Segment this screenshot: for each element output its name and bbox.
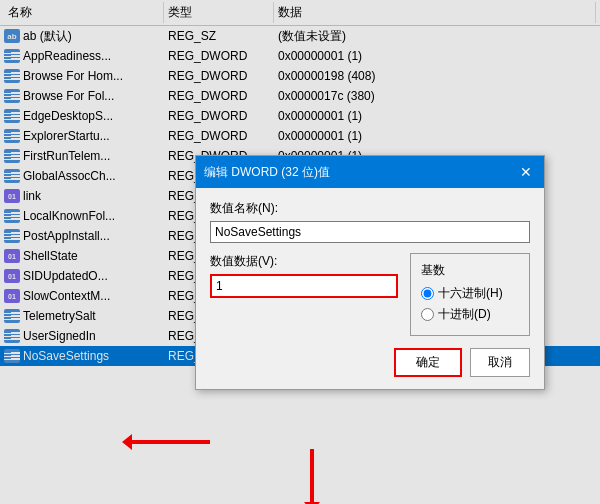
dialog-title: 编辑 DWORD (32 位)值 — [204, 164, 330, 181]
edit-dword-dialog: 编辑 DWORD (32 位)值 ✕ 数值名称(N): 数值数据(V): 基数 … — [195, 155, 545, 390]
value-input[interactable] — [210, 274, 398, 298]
hex-label: 十六进制(H) — [438, 285, 503, 302]
hex-radio[interactable] — [421, 287, 434, 300]
dec-radio[interactable] — [421, 308, 434, 321]
hex-radio-row[interactable]: 十六进制(H) — [421, 285, 519, 302]
radix-title: 基数 — [421, 262, 519, 279]
value-label: 数值数据(V): — [210, 253, 398, 270]
dialog-overlay: 编辑 DWORD (32 位)值 ✕ 数值名称(N): 数值数据(V): 基数 … — [0, 0, 600, 504]
dec-radio-row[interactable]: 十进制(D) — [421, 306, 519, 323]
radix-box: 基数 十六进制(H) 十进制(D) — [410, 253, 530, 336]
dec-label: 十进制(D) — [438, 306, 491, 323]
name-label: 数值名称(N): — [210, 200, 530, 217]
dialog-body: 数值名称(N): 数值数据(V): 基数 十六进制(H) 十进制(D) — [196, 188, 544, 389]
dialog-close-button[interactable]: ✕ — [516, 162, 536, 182]
dialog-buttons: 确定 取消 — [210, 348, 530, 377]
arrow-left — [130, 440, 210, 444]
dialog-titlebar: 编辑 DWORD (32 位)值 ✕ — [196, 156, 544, 188]
value-field: 数值数据(V): — [210, 253, 398, 298]
arrow-down — [310, 449, 314, 504]
ok-button[interactable]: 确定 — [394, 348, 462, 377]
name-input[interactable] — [210, 221, 530, 243]
cancel-button[interactable]: 取消 — [470, 348, 530, 377]
value-row: 数值数据(V): 基数 十六进制(H) 十进制(D) — [210, 253, 530, 336]
